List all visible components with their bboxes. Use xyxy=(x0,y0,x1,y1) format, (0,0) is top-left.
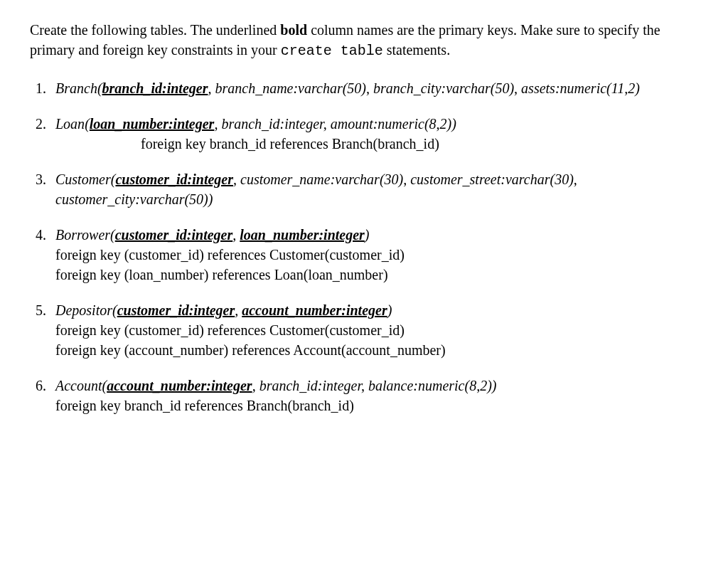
foreign-key-line: foreign key (customer_id) references Cus… xyxy=(55,320,698,340)
intro-text-1: Create the following tables. The underli… xyxy=(30,22,280,38)
primary-key: customer_id:integer xyxy=(117,302,235,318)
table-name: Account xyxy=(55,378,102,393)
schema-rest: , branch_id:integer, amount:numeric(8,2)… xyxy=(214,116,456,132)
list-item: Borrower(customer_id:integer, loan_numbe… xyxy=(50,225,698,285)
table-name: Branch xyxy=(55,80,97,96)
list-item: Loan(loan_number:integer, branch_id:inte… xyxy=(50,114,698,154)
list-item: Depositor(customer_id:integer, account_n… xyxy=(50,300,698,360)
primary-key-2: loan_number:integer xyxy=(240,227,365,243)
table-list: Branch(branch_id:integer, branch_name:va… xyxy=(30,78,698,415)
primary-key: branch_id:integer xyxy=(102,80,208,96)
primary-key: loan_number:integer xyxy=(90,116,215,132)
intro-bold-word: bold xyxy=(280,22,307,38)
list-item: Customer(customer_id:integer, customer_n… xyxy=(50,169,698,209)
schema-mid: , xyxy=(235,302,242,318)
table-name: Depositor xyxy=(55,302,112,318)
foreign-key-line: foreign key branch_id references Branch(… xyxy=(55,134,698,154)
schema-close: ) xyxy=(387,302,392,318)
foreign-key-line: foreign key branch_id references Branch(… xyxy=(55,396,698,415)
schema-rest: , branch_name:varchar(50), branch_city:v… xyxy=(208,80,639,96)
primary-key: customer_id:integer xyxy=(115,227,233,243)
table-name: Borrower xyxy=(55,227,110,243)
intro-text-3: statements. xyxy=(383,42,450,58)
intro-paragraph: Create the following tables. The underli… xyxy=(30,20,698,61)
schema-line: Customer(customer_id:integer, customer_n… xyxy=(55,171,577,207)
schema-mid: , xyxy=(232,227,240,243)
table-name: Customer xyxy=(55,171,111,187)
schema-line: Loan(loan_number:integer, branch_id:inte… xyxy=(55,116,456,132)
foreign-key-line: foreign key (account_number) references … xyxy=(55,340,698,360)
primary-key: account_number:integer xyxy=(107,378,252,393)
primary-key: customer_id:integer xyxy=(115,171,233,187)
list-item: Branch(branch_id:integer, branch_name:va… xyxy=(50,78,698,98)
schema-line: Depositor(customer_id:integer, account_n… xyxy=(55,302,392,318)
foreign-key-line: foreign key (customer_id) references Cus… xyxy=(55,245,698,265)
schema-rest: , branch_id:integer, balance:numeric(8,2… xyxy=(252,378,497,393)
foreign-key-line: foreign key (loan_number) references Loa… xyxy=(55,265,698,285)
schema-line: Branch(branch_id:integer, branch_name:va… xyxy=(55,80,640,96)
schema-line: Account(account_number:integer, branch_i… xyxy=(55,378,496,393)
primary-key-2: account_number:integer xyxy=(242,302,387,318)
schema-close: ) xyxy=(365,227,370,243)
list-item: Account(account_number:integer, branch_i… xyxy=(50,376,698,415)
table-name: Loan xyxy=(55,116,85,132)
schema-line: Borrower(customer_id:integer, loan_numbe… xyxy=(55,227,370,243)
intro-monospace-1: create table xyxy=(281,43,383,59)
